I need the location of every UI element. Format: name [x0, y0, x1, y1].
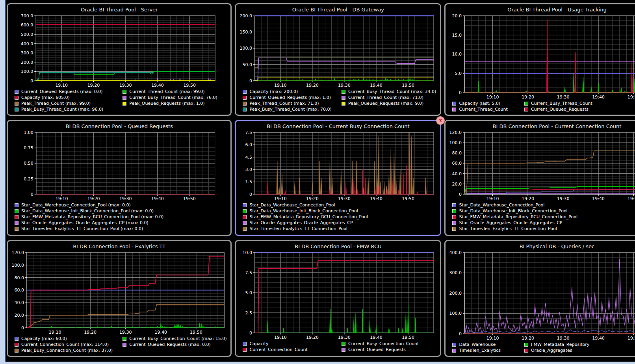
legend-swatch [243, 227, 247, 231]
series-Current_Busy_Thread_Count [412, 79, 414, 81]
series-Current_Busy_Connection_Count [283, 328, 285, 333]
x-tick-label: 19:10 [486, 196, 499, 201]
series-Current_Busy_Connection_Count [58, 327, 59, 328]
legend-item: Current_Busy_Thread_Count (max: 76.0) [123, 95, 227, 100]
legend-label: Current_Queued_Requests (max: 1.0) [249, 95, 331, 100]
legend-swatch [243, 203, 247, 207]
series-Current_Busy_Connection_Count [75, 327, 77, 328]
x-tick-label: 19:30 [119, 83, 132, 88]
series-Current_Busy_Thread_Count [349, 79, 350, 81]
legend-label: Star_Data_Warehouse_Init_Block_Connectio… [249, 208, 358, 214]
panel-connection-pool-queued-requests[interactable]: BI DB Connection Pool - Queued Requests … [7, 120, 232, 236]
x-tick-label: 19:50 [190, 330, 202, 335]
legend-swatch [524, 343, 528, 347]
y-tick-label: 120.0 [12, 250, 24, 255]
y-tick-label: 200.0 [240, 13, 252, 19]
series-Current_Busy_Thread_Count [328, 80, 329, 80]
y-tick-label: 0.25 [24, 176, 33, 182]
y-tick-label: 120.0 [449, 130, 462, 135]
legend-swatch [15, 90, 19, 94]
plot-area: 020.040.060.080.0100.0120.019:1019:2019:… [446, 130, 635, 202]
legend-swatch [15, 96, 19, 100]
legend-item: Capacity (max: 60.0) [15, 336, 119, 341]
series-Current_Queued_Requests [547, 20, 548, 93]
y-tick-label: 0 [249, 78, 252, 84]
series-Current_Busy_Connection_Count [188, 327, 190, 328]
series-Star_TimesTen_Exalytics_TT_Connection_Pool [341, 169, 342, 194]
chart-legend: Capacity (last: 5.0)Current_Thread_Count… [446, 100, 635, 115]
series-Current_Busy_Connection_Count [355, 313, 357, 333]
legend-item: Oracle_Aggregates [524, 348, 592, 353]
panel-connection-pool-current-count[interactable]: BI DB Connection Pool - Current Connecti… [444, 120, 635, 236]
y-tick-label: 150.0 [240, 30, 252, 35]
x-tick-label: 19:20 [522, 336, 535, 341]
series-Current_Busy_Connection_Count [376, 325, 377, 333]
series-Current_Busy_Connection_Count [192, 327, 193, 328]
legend-label: Star_Oracle_Aggregates_Oracle_Aggregates… [21, 220, 149, 225]
chart-legend: CapacityCurrent_Connection_CountCurrent_… [236, 341, 440, 356]
series-Star_TimesTen_Exalytics_TT_Connection_Pool [294, 182, 296, 194]
series-Current_Busy_Thread_Count [345, 80, 347, 80]
legend-item: Star_Data_Warehouse_Init_Block_Connectio… [243, 208, 436, 214]
legend-label: Current_Busy_Thread_Count (max: 76.0) [129, 95, 217, 100]
series-Current_Busy_Thread_Count [583, 77, 584, 93]
y-tick-label: 0 [31, 192, 33, 197]
legend-item: Capacity (last: 5.0) [452, 101, 520, 106]
legend-label: TimesTen_Exalytics [459, 348, 501, 353]
series-Star_TimesTen_Exalytics_TT_Connection_Pool [411, 136, 413, 194]
legend-swatch [524, 102, 528, 106]
plot-area: 0100.0200.0300.0400.019:1019:2019:3019:4… [446, 250, 635, 342]
dashboard: Oracle BI Thread Pool - Server 0100.0200… [5, 0, 635, 362]
series-Current_Busy_Thread_Count [321, 80, 323, 81]
panel-connection-pool-exalytics-tt[interactable]: BI DB Connection Pool - Exalytics TT 020… [7, 240, 232, 357]
series-Star_FMW_Metadata_Repository_RCU_Connection_Pool [392, 178, 393, 194]
x-tick-label: 19:10 [486, 336, 499, 341]
plot-area: 02.55.07.510.019:1019:2019:3019:4019:50 [236, 250, 440, 341]
panel-physical-db-queries-per-sec[interactable]: BI Physical DB - Queries / sec 0100.0200… [444, 240, 635, 357]
legend-item: Current_Busy_Connection_Count [342, 341, 436, 346]
y-tick-label: 40.0 [15, 300, 24, 305]
x-tick-label: 19:30 [557, 196, 570, 201]
series-Current_Busy_Thread_Count [427, 80, 428, 81]
y-tick-label: 20.0 [452, 13, 462, 19]
panel-connection-pool-current-busy[interactable]: x BI DB Connection Pool - Current Busy C… [235, 120, 441, 236]
legend-label: Star_FMW_Metadata_Repository_RCU_Connect… [249, 214, 368, 219]
series-Current_Busy_Connection_Count [162, 326, 163, 328]
series-Current_Busy_Thread_Count [366, 80, 368, 81]
legend-swatch [243, 90, 247, 94]
legend-item: Peak_Queued_Requests (max: 1.0) [123, 101, 227, 106]
y-tick-label: 300.0 [449, 270, 462, 275]
series-Current_Busy_Thread_Count [334, 78, 336, 81]
legend-item: Current_Thread_Count (max: 99.0) [123, 89, 227, 94]
series-Current_Busy_Thread_Count [573, 73, 575, 93]
legend-label: Current_Thread_Count [459, 107, 507, 112]
x-tick-label: 19:20 [306, 335, 319, 340]
legend-swatch [243, 221, 247, 225]
legend-item: Star_Oracle_Aggregates_Oracle_Aggregates… [15, 220, 227, 225]
y-tick-label: 0 [249, 331, 252, 336]
panel-connection-pool-fmw-rcu[interactable]: BI DB Connection Pool - FMW RCU 02.55.07… [235, 240, 441, 357]
legend-swatch [15, 343, 19, 347]
x-tick-label: 19:40 [592, 95, 605, 100]
x-tick-label: 19:10 [274, 83, 287, 88]
x-tick-label: 19:30 [338, 83, 351, 88]
y-tick-label: 1.5 [245, 179, 253, 184]
x-tick-label: 19:50 [402, 83, 415, 88]
panel-thread-pool-usage-tracking[interactable]: Oracle BI Thread Pool - Usage Tracking 0… [444, 3, 635, 116]
legend-swatch [243, 102, 247, 106]
legend-swatch [452, 108, 456, 111]
chart-plot: 020.040.060.080.0100.0120.019:1019:2019:… [9, 250, 230, 336]
x-tick-label: 19:30 [119, 196, 132, 201]
legend-label: Current_Busy_Thread_Count [531, 101, 592, 106]
series-Current_Busy_Connection_Count [173, 327, 174, 328]
series-Star_TimesTen_Exalytics_TT_Connection_Pool [425, 178, 427, 194]
legend-label: Star_Data_Warehouse_Init_Block_Connectio… [459, 208, 567, 214]
plot-area: 00.250.500.751.0019:1019:2019:3019:4019:… [8, 130, 230, 202]
legend-swatch [243, 348, 247, 352]
panel-thread-pool-server[interactable]: Oracle BI Thread Pool - Server 0100.0200… [7, 3, 232, 116]
series-Current_Busy_Thread_Count [353, 79, 355, 81]
legend-item: Star_Data_Warehouse_Connection_Pool (max… [15, 202, 227, 208]
close-button[interactable]: x [436, 116, 445, 125]
series-Current_Busy_Connection_Count [362, 309, 364, 333]
panel-thread-pool-db-gateway[interactable]: Oracle BI Thread Pool - DB Gateway 050.0… [235, 3, 441, 116]
